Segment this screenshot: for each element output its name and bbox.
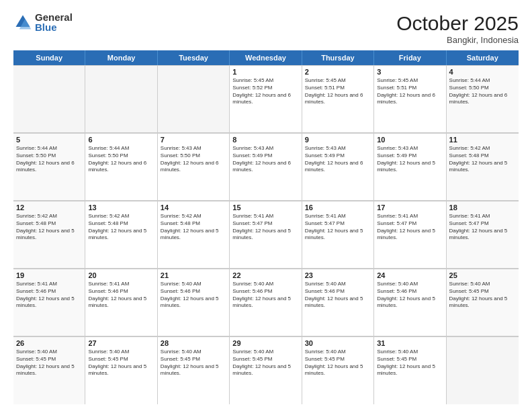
day-cell-1: 1Sunrise: 5:45 AMSunset: 5:52 PMDaylight… — [230, 65, 302, 132]
location: Bangkir, Indonesia — [396, 35, 519, 45]
day-cell-3: 3Sunrise: 5:45 AMSunset: 5:51 PMDaylight… — [374, 65, 446, 132]
day-cell-20: 20Sunrise: 5:41 AMSunset: 5:46 PMDayligh… — [85, 269, 157, 336]
day-number: 16 — [305, 203, 371, 212]
day-cell-5: 5Sunrise: 5:44 AMSunset: 5:50 PMDaylight… — [13, 133, 85, 200]
day-cell-14: 14Sunrise: 5:42 AMSunset: 5:48 PMDayligh… — [158, 201, 230, 268]
day-number: 30 — [305, 339, 371, 347]
logo-text: General Blue — [35, 12, 73, 32]
day-info: Sunrise: 5:40 AMSunset: 5:46 PMDaylight:… — [161, 281, 226, 310]
calendar: SundayMondayTuesdayWednesdayThursdayFrid… — [13, 50, 519, 404]
day-cell-31: 31Sunrise: 5:40 AMSunset: 5:45 PMDayligh… — [374, 336, 446, 404]
day-cell-24: 24Sunrise: 5:40 AMSunset: 5:46 PMDayligh… — [374, 269, 446, 336]
weekday-header-tuesday: Tuesday — [158, 50, 230, 65]
day-cell-22: 22Sunrise: 5:40 AMSunset: 5:46 PMDayligh… — [230, 269, 302, 336]
day-number: 7 — [161, 136, 226, 144]
day-cell-30: 30Sunrise: 5:40 AMSunset: 5:45 PMDayligh… — [302, 336, 374, 404]
day-info: Sunrise: 5:40 AMSunset: 5:46 PMDaylight:… — [305, 281, 371, 310]
day-number: 12 — [16, 203, 82, 212]
day-number: 21 — [161, 271, 226, 279]
day-cell-6: 6Sunrise: 5:44 AMSunset: 5:50 PMDaylight… — [85, 133, 157, 200]
weekday-header-monday: Monday — [85, 50, 157, 65]
empty-cell — [85, 65, 157, 132]
page: General Blue October 2025 Bangkir, Indon… — [0, 0, 532, 411]
day-cell-7: 7Sunrise: 5:43 AMSunset: 5:50 PMDaylight… — [158, 133, 230, 200]
day-number: 15 — [232, 203, 298, 212]
day-info: Sunrise: 5:45 AMSunset: 5:52 PMDaylight:… — [232, 77, 298, 106]
day-cell-11: 11Sunrise: 5:42 AMSunset: 5:48 PMDayligh… — [447, 133, 519, 200]
day-cell-15: 15Sunrise: 5:41 AMSunset: 5:47 PMDayligh… — [230, 201, 302, 268]
day-info: Sunrise: 5:40 AMSunset: 5:45 PMDaylight:… — [305, 349, 371, 377]
day-cell-4: 4Sunrise: 5:44 AMSunset: 5:50 PMDaylight… — [447, 65, 519, 132]
day-info: Sunrise: 5:44 AMSunset: 5:50 PMDaylight:… — [88, 145, 154, 174]
day-number: 31 — [377, 339, 443, 347]
day-info: Sunrise: 5:44 AMSunset: 5:50 PMDaylight:… — [16, 145, 82, 174]
day-cell-21: 21Sunrise: 5:40 AMSunset: 5:46 PMDayligh… — [158, 269, 230, 336]
weekday-header-wednesday: Wednesday — [230, 50, 302, 65]
day-info: Sunrise: 5:41 AMSunset: 5:46 PMDaylight:… — [88, 281, 154, 310]
weekday-header-thursday: Thursday — [302, 50, 374, 65]
empty-cell — [13, 65, 85, 132]
day-info: Sunrise: 5:41 AMSunset: 5:47 PMDaylight:… — [449, 213, 516, 242]
day-number: 9 — [305, 136, 371, 144]
day-cell-18: 18Sunrise: 5:41 AMSunset: 5:47 PMDayligh… — [447, 201, 519, 268]
day-cell-23: 23Sunrise: 5:40 AMSunset: 5:46 PMDayligh… — [302, 269, 374, 336]
day-cell-25: 25Sunrise: 5:40 AMSunset: 5:45 PMDayligh… — [447, 269, 519, 336]
week-row-3: 19Sunrise: 5:41 AMSunset: 5:46 PMDayligh… — [13, 269, 519, 336]
day-info: Sunrise: 5:44 AMSunset: 5:50 PMDaylight:… — [449, 77, 516, 106]
day-info: Sunrise: 5:40 AMSunset: 5:45 PMDaylight:… — [161, 349, 226, 377]
day-number: 19 — [16, 271, 82, 279]
day-number: 2 — [305, 68, 371, 76]
day-cell-9: 9Sunrise: 5:43 AMSunset: 5:49 PMDaylight… — [302, 133, 374, 200]
empty-cell — [447, 336, 519, 404]
weekday-header-sunday: Sunday — [13, 50, 85, 65]
day-info: Sunrise: 5:43 AMSunset: 5:49 PMDaylight:… — [232, 145, 298, 174]
day-number: 28 — [161, 339, 226, 347]
day-cell-28: 28Sunrise: 5:40 AMSunset: 5:45 PMDayligh… — [158, 336, 230, 404]
day-cell-12: 12Sunrise: 5:42 AMSunset: 5:48 PMDayligh… — [13, 201, 85, 268]
day-info: Sunrise: 5:40 AMSunset: 5:45 PMDaylight:… — [88, 349, 154, 377]
day-cell-19: 19Sunrise: 5:41 AMSunset: 5:46 PMDayligh… — [13, 269, 85, 336]
week-row-0: 1Sunrise: 5:45 AMSunset: 5:52 PMDaylight… — [13, 65, 519, 133]
day-cell-8: 8Sunrise: 5:43 AMSunset: 5:49 PMDaylight… — [230, 133, 302, 200]
day-number: 29 — [232, 339, 298, 347]
header: General Blue October 2025 Bangkir, Indon… — [13, 12, 519, 45]
day-info: Sunrise: 5:43 AMSunset: 5:49 PMDaylight:… — [377, 145, 443, 174]
day-info: Sunrise: 5:43 AMSunset: 5:49 PMDaylight:… — [305, 145, 371, 174]
day-info: Sunrise: 5:42 AMSunset: 5:48 PMDaylight:… — [16, 213, 82, 242]
day-info: Sunrise: 5:40 AMSunset: 5:45 PMDaylight:… — [449, 281, 516, 310]
day-number: 14 — [161, 203, 226, 212]
day-number: 5 — [16, 136, 82, 144]
calendar-header: SundayMondayTuesdayWednesdayThursdayFrid… — [13, 50, 519, 65]
day-number: 3 — [377, 68, 443, 76]
calendar-body: 1Sunrise: 5:45 AMSunset: 5:52 PMDaylight… — [13, 65, 519, 404]
day-cell-26: 26Sunrise: 5:40 AMSunset: 5:45 PMDayligh… — [13, 336, 85, 404]
day-info: Sunrise: 5:42 AMSunset: 5:48 PMDaylight:… — [88, 213, 154, 242]
day-info: Sunrise: 5:45 AMSunset: 5:51 PMDaylight:… — [377, 77, 443, 106]
logo-general: General — [35, 12, 73, 22]
day-number: 24 — [377, 271, 443, 279]
day-info: Sunrise: 5:45 AMSunset: 5:51 PMDaylight:… — [305, 77, 371, 106]
day-info: Sunrise: 5:41 AMSunset: 5:47 PMDaylight:… — [305, 213, 371, 242]
day-info: Sunrise: 5:40 AMSunset: 5:45 PMDaylight:… — [232, 349, 298, 377]
logo-blue: Blue — [35, 22, 73, 32]
day-info: Sunrise: 5:40 AMSunset: 5:45 PMDaylight:… — [377, 349, 443, 377]
day-number: 18 — [449, 203, 516, 212]
day-cell-2: 2Sunrise: 5:45 AMSunset: 5:51 PMDaylight… — [302, 65, 374, 132]
day-number: 23 — [305, 271, 371, 279]
day-cell-27: 27Sunrise: 5:40 AMSunset: 5:45 PMDayligh… — [85, 336, 157, 404]
weekday-header-saturday: Saturday — [447, 50, 519, 65]
day-info: Sunrise: 5:40 AMSunset: 5:45 PMDaylight:… — [16, 349, 82, 377]
day-info: Sunrise: 5:41 AMSunset: 5:47 PMDaylight:… — [377, 213, 443, 242]
day-number: 1 — [232, 68, 298, 76]
day-cell-29: 29Sunrise: 5:40 AMSunset: 5:45 PMDayligh… — [230, 336, 302, 404]
day-cell-10: 10Sunrise: 5:43 AMSunset: 5:49 PMDayligh… — [374, 133, 446, 200]
day-number: 20 — [88, 271, 154, 279]
month-title: October 2025 — [396, 12, 519, 35]
day-number: 22 — [232, 271, 298, 279]
day-info: Sunrise: 5:40 AMSunset: 5:46 PMDaylight:… — [377, 281, 443, 310]
day-number: 8 — [232, 136, 298, 144]
day-info: Sunrise: 5:41 AMSunset: 5:46 PMDaylight:… — [16, 281, 82, 310]
day-number: 27 — [88, 339, 154, 347]
logo: General Blue — [13, 12, 73, 32]
day-number: 6 — [88, 136, 154, 144]
